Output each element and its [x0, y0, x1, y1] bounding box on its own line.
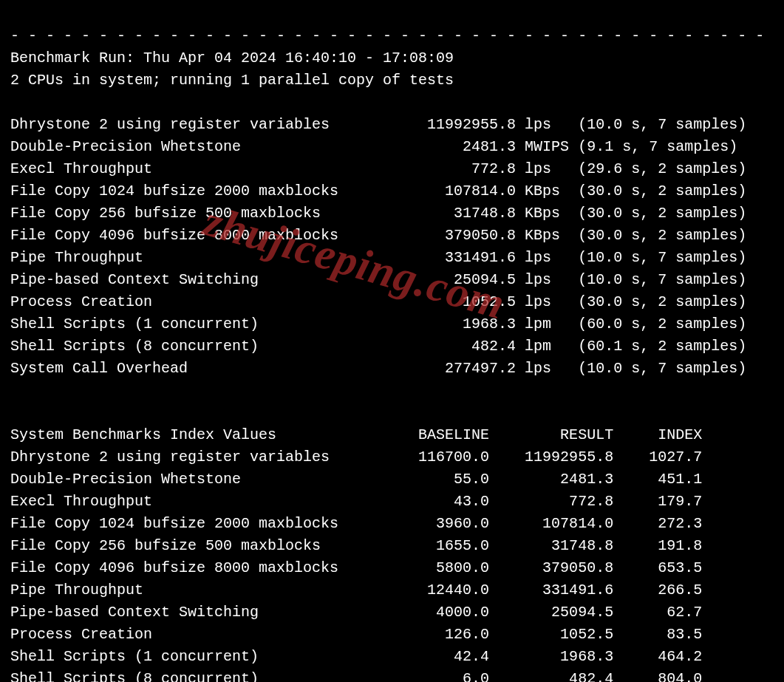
index-header: System Benchmarks Index Values BASELINE …: [10, 426, 702, 443]
test-row: File Copy 4096 bufsize 8000 maxblocks 37…: [10, 227, 746, 244]
index-row: Pipe-based Context Switching 4000.0 2509…: [10, 604, 702, 621]
test-row: Pipe Throughput 331491.6 lps (10.0 s, 7 …: [10, 249, 746, 266]
index-row: File Copy 256 bufsize 500 maxblocks 1655…: [10, 537, 702, 554]
test-row: Shell Scripts (1 concurrent) 1968.3 lpm …: [10, 316, 746, 333]
index-row: Execl Throughput 43.0 772.8 179.7: [10, 493, 702, 510]
test-row: File Copy 1024 bufsize 2000 maxblocks 10…: [10, 183, 746, 200]
blank-line: [10, 94, 19, 111]
index-block: System Benchmarks Index Values BASELINE …: [10, 424, 774, 682]
index-row: Double-Precision Whetstone 55.0 2481.3 4…: [10, 471, 702, 488]
cpu-info-line: 2 CPUs in system; running 1 parallel cop…: [10, 72, 454, 89]
test-row: Pipe-based Context Switching 25094.5 lps…: [10, 271, 746, 288]
test-row: File Copy 256 bufsize 500 maxblocks 3174…: [10, 205, 746, 222]
blank-line: [10, 404, 19, 421]
index-row: Dhrystone 2 using register variables 116…: [10, 449, 702, 466]
test-row: Execl Throughput 772.8 lps (29.6 s, 2 sa…: [10, 160, 746, 177]
test-row: Dhrystone 2 using register variables 119…: [10, 116, 746, 133]
index-row: File Copy 4096 bufsize 8000 maxblocks 58…: [10, 559, 702, 576]
index-row: File Copy 1024 bufsize 2000 maxblocks 39…: [10, 515, 702, 532]
separator-line: - - - - - - - - - - - - - - - - - - - - …: [10, 27, 764, 44]
index-row: Shell Scripts (8 concurrent) 6.0 482.4 8…: [10, 670, 702, 682]
test-row: Double-Precision Whetstone 2481.3 MWIPS …: [10, 138, 737, 155]
index-row: Pipe Throughput 12440.0 331491.6 266.5: [10, 582, 702, 599]
index-row: Process Creation 126.0 1052.5 83.5: [10, 626, 702, 643]
benchmark-run-line: Benchmark Run: Thu Apr 04 2024 16:40:10 …: [10, 50, 454, 67]
test-row: Process Creation 1052.5 lps (30.0 s, 2 s…: [10, 293, 746, 310]
terminal-output: - - - - - - - - - - - - - - - - - - - - …: [0, 0, 784, 682]
index-row: Shell Scripts (1 concurrent) 42.4 1968.3…: [10, 648, 702, 665]
test-row: System Call Overhead 277497.2 lps (10.0 …: [10, 360, 746, 377]
test-row: Shell Scripts (8 concurrent) 482.4 lpm (…: [10, 338, 746, 355]
tests-block: Dhrystone 2 using register variables 119…: [10, 114, 774, 380]
